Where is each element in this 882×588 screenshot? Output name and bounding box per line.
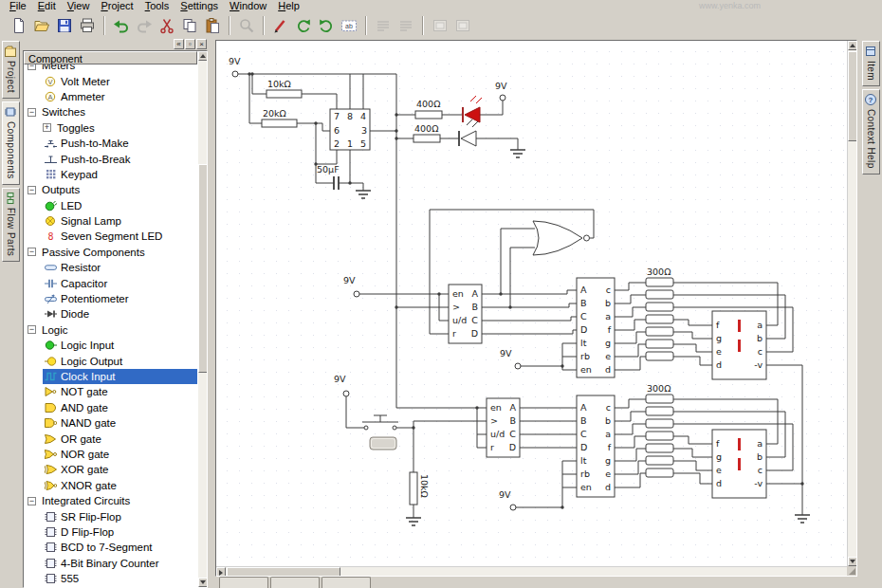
- canvas-vertical-scrollbar[interactable]: [847, 41, 856, 566]
- tree-item-content[interactable]: Capacitor: [43, 275, 197, 290]
- expander-icon[interactable]: −: [28, 186, 36, 194]
- tab-context-help[interactable]: ?Context Help: [862, 89, 880, 175]
- menu-item-project[interactable]: Project: [95, 0, 138, 12]
- tree-item-or-gate[interactable]: OR gate: [24, 431, 197, 446]
- tree-item-content[interactable]: XOR gate: [43, 462, 197, 477]
- tree-item-signal-lamp[interactable]: Signal Lamp: [24, 213, 197, 229]
- tree-item-4-bit-binary-counter[interactable]: 4-Bit Binary Counter: [24, 556, 197, 571]
- tree-item-outputs[interactable]: −Outputs: [24, 182, 197, 197]
- canvas-scroll-up-button[interactable]: [848, 41, 857, 50]
- tree-item-switches[interactable]: −Switches: [24, 104, 197, 119]
- canvas-hscroll-thumb[interactable]: [227, 567, 340, 577]
- page-tab[interactable]: [270, 577, 320, 588]
- menu-item-window[interactable]: Window: [224, 0, 272, 12]
- pen-button[interactable]: [269, 14, 291, 36]
- collapse-panel-button[interactable]: «: [174, 39, 184, 49]
- tree-item-d-flip-flop[interactable]: D Flip-Flop: [24, 524, 197, 540]
- tree-item-content[interactable]: Potentiometer: [43, 291, 197, 306]
- tree-item-content[interactable]: 4-Bit Binary Counter: [43, 556, 197, 571]
- tree-item-content[interactable]: NOR gate: [43, 447, 197, 462]
- expander-icon[interactable]: −: [28, 325, 36, 334]
- redo-button[interactable]: [133, 14, 155, 36]
- arrange-tool-2-button[interactable]: [395, 14, 416, 36]
- tree-item-push-to-break[interactable]: Push-to-Break: [24, 151, 197, 166]
- text-tool-button[interactable]: ab: [338, 14, 359, 36]
- tree-item-content[interactable]: AND gate: [43, 400, 197, 415]
- open-button[interactable]: [30, 14, 52, 36]
- led[interactable]: [463, 96, 482, 122]
- tree-item-diode[interactable]: Diode: [24, 306, 197, 322]
- panel-scrollbar-thumb[interactable]: [198, 164, 208, 373]
- menu-item-tools[interactable]: Tools: [139, 0, 175, 12]
- tree-item-capacitor[interactable]: Capacitor: [24, 275, 197, 290]
- menu-item-settings[interactable]: Settings: [175, 0, 224, 12]
- tab-components[interactable]: Components: [2, 101, 20, 185]
- tree-item-content[interactable]: NAND gate: [43, 415, 197, 431]
- expander-icon[interactable]: +: [43, 123, 51, 132]
- canvas-vscroll-thumb[interactable]: [848, 51, 857, 141]
- resize-grip[interactable]: [847, 566, 856, 576]
- tree-item-content[interactable]: Toggles: [55, 120, 197, 136]
- tree-item-and-gate[interactable]: AND gate: [24, 400, 197, 415]
- tree-item-ammeter[interactable]: AAmmeter: [24, 89, 197, 104]
- tree-item-nor-gate[interactable]: NOR gate: [24, 447, 197, 462]
- print-button[interactable]: [76, 14, 98, 36]
- paste-button[interactable]: [201, 14, 223, 36]
- tree-item-led[interactable]: LED: [24, 198, 197, 213]
- expander-icon[interactable]: −: [28, 108, 36, 117]
- arrange-tool-button[interactable]: [372, 14, 394, 36]
- tree-item-clock-input[interactable]: Clock Input: [24, 369, 197, 384]
- new-button[interactable]: [8, 14, 29, 36]
- tree-item-content[interactable]: D Flip-Flop: [43, 524, 197, 540]
- tree-item-content[interactable]: OR gate: [43, 431, 197, 446]
- panel-scrollbar[interactable]: [197, 51, 207, 587]
- tree-item-sr-flip-flop[interactable]: SR Flip-Flop: [24, 508, 197, 524]
- tree-item-passive-components[interactable]: −Passive Components: [24, 245, 197, 260]
- panel-scrollbar-up-button[interactable]: [198, 51, 208, 61]
- close-panel-button[interactable]: ×: [196, 39, 207, 49]
- tree-item-nand-gate[interactable]: NAND gate: [24, 415, 197, 431]
- tree-item-content[interactable]: NOT gate: [43, 384, 197, 399]
- copy-button[interactable]: [178, 14, 200, 36]
- tree-item-keypad[interactable]: Keypad: [24, 167, 197, 182]
- tree-item-content[interactable]: Outputs: [40, 182, 197, 197]
- led[interactable]: [459, 119, 478, 146]
- tree-item-logic[interactable]: −Logic: [24, 322, 197, 338]
- rotate-right-button[interactable]: [315, 14, 337, 36]
- tree-item-toggles[interactable]: +Toggles: [24, 120, 197, 136]
- tree-item-content[interactable]: Diode: [43, 306, 197, 322]
- tree-item-potentiometer[interactable]: Potentiometer: [24, 291, 197, 306]
- tree-item-content[interactable]: Logic: [40, 322, 197, 338]
- menu-item-help[interactable]: Help: [272, 0, 305, 12]
- tree-item-content[interactable]: Logic Input: [43, 338, 197, 353]
- find-button[interactable]: [235, 14, 257, 36]
- expander-icon[interactable]: −: [28, 248, 36, 256]
- tree-item-content[interactable]: 8Seven Segment LED: [43, 229, 197, 244]
- menu-item-edit[interactable]: Edit: [32, 0, 62, 12]
- tab-item[interactable]: Item: [862, 41, 880, 86]
- tree-item-content[interactable]: Integrated Circuits: [40, 493, 197, 508]
- menu-item-file[interactable]: File: [4, 0, 32, 12]
- canvas-scroll-down-button[interactable]: [848, 557, 857, 566]
- menu-item-view[interactable]: View: [62, 0, 96, 12]
- tab-project[interactable]: Project: [2, 41, 20, 99]
- tree-item-logic-output[interactable]: Logic Output: [24, 353, 197, 368]
- tree-item-content[interactable]: AAmmeter: [43, 89, 197, 104]
- frame-tool-2-button[interactable]: [451, 14, 473, 36]
- page-tab[interactable]: [322, 577, 371, 588]
- tree-item-content[interactable]: VVolt Meter: [43, 73, 197, 88]
- tree-item-content[interactable]: Signal Lamp: [43, 213, 197, 229]
- tree-item-content[interactable]: BCD to 7-Segment: [43, 540, 197, 555]
- tree-item-content[interactable]: SR Flip-Flop: [43, 508, 197, 524]
- float-panel-button[interactable]: ▫: [185, 39, 195, 49]
- circuit-canvas[interactable]: 9V9V9V9V9V9V10kΩ20kΩ400Ω400Ω50µF300Ω300Ω…: [215, 40, 857, 577]
- tree-item-content[interactable]: LED: [43, 198, 197, 213]
- frame-tool-button[interactable]: [429, 14, 450, 36]
- tree-item-seven-segment-led[interactable]: 8Seven Segment LED: [24, 229, 197, 244]
- tree-item-xor-gate[interactable]: XOR gate: [24, 462, 197, 477]
- tree-item-content[interactable]: XNOR gate: [43, 478, 197, 493]
- tree-item-push-to-make[interactable]: Push-to-Make: [24, 136, 197, 151]
- tree-item-content[interactable]: Passive Components: [40, 245, 197, 260]
- page-tab[interactable]: [219, 577, 268, 588]
- cut-button[interactable]: [156, 14, 177, 36]
